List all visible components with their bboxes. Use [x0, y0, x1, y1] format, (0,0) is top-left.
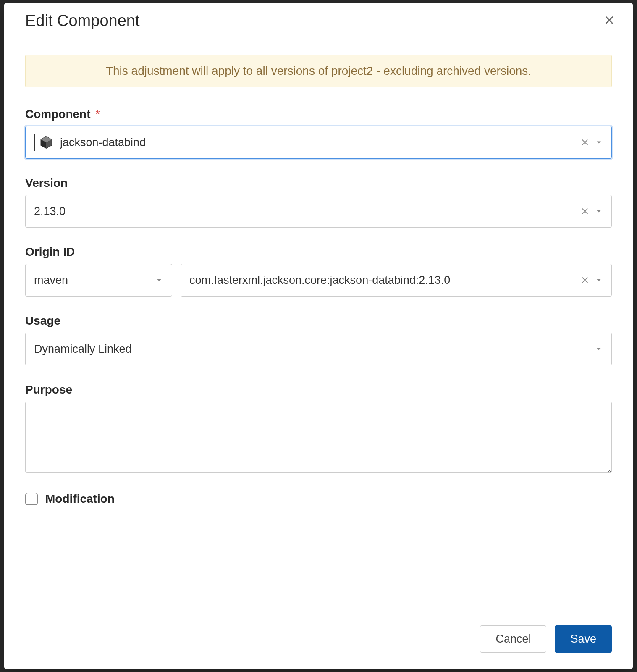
- origin-id-combobox[interactable]: com.fasterxml.jackson.core:jackson-datab…: [181, 264, 612, 297]
- cancel-button[interactable]: Cancel: [480, 625, 546, 653]
- component-clear-button[interactable]: [578, 135, 592, 150]
- chevron-down-icon: [595, 345, 603, 353]
- component-dropdown-button[interactable]: [592, 136, 606, 149]
- component-combobox[interactable]: jackson-databind: [25, 126, 612, 159]
- package-icon: [39, 135, 53, 150]
- modification-field-group: Modification: [25, 492, 612, 506]
- info-alert: This adjustment will apply to all versio…: [25, 55, 612, 87]
- component-field-group: Component * jackson-databind: [25, 108, 612, 159]
- clear-icon: [580, 138, 590, 147]
- save-button[interactable]: Save: [555, 625, 612, 653]
- version-combobox[interactable]: 2.13.0: [25, 195, 612, 228]
- modification-checkbox[interactable]: [25, 493, 38, 505]
- component-label-text: Component: [25, 108, 91, 121]
- origin-type-select[interactable]: maven: [25, 264, 172, 297]
- usage-value: Dynamically Linked: [34, 343, 592, 356]
- version-field-group: Version 2.13.0: [25, 176, 612, 228]
- usage-field-group: Usage Dynamically Linked: [25, 314, 612, 365]
- origin-type-dropdown-button[interactable]: [152, 273, 166, 287]
- modal-body: This adjustment will apply to all versio…: [4, 39, 633, 614]
- version-label: Version: [25, 176, 612, 190]
- version-value: 2.13.0: [34, 205, 578, 218]
- modification-label: Modification: [45, 492, 115, 506]
- usage-dropdown-button[interactable]: [592, 342, 606, 356]
- version-clear-button[interactable]: [578, 204, 592, 218]
- clear-icon: [580, 207, 590, 216]
- edit-component-modal: Edit Component This adjustment will appl…: [4, 3, 633, 669]
- usage-select[interactable]: Dynamically Linked: [25, 333, 612, 365]
- origin-row: maven com.fasterxml.jackson.core:jackson…: [25, 264, 612, 297]
- close-button[interactable]: [602, 13, 617, 29]
- close-icon: [603, 14, 615, 26]
- origin-type-value: maven: [34, 274, 152, 287]
- component-value: jackson-databind: [60, 136, 578, 149]
- usage-label: Usage: [25, 314, 612, 328]
- modal-header: Edit Component: [4, 3, 633, 39]
- origin-id-clear-button[interactable]: [578, 273, 592, 287]
- version-dropdown-button[interactable]: [592, 205, 606, 218]
- text-cursor: [34, 134, 35, 151]
- purpose-textarea[interactable]: [25, 402, 612, 473]
- chevron-down-icon: [155, 276, 163, 284]
- modal-title: Edit Component: [25, 12, 140, 30]
- origin-id-value: com.fasterxml.jackson.core:jackson-datab…: [189, 274, 578, 287]
- origin-field-group: Origin ID maven com.fasterxml.jackson.co…: [25, 245, 612, 297]
- required-star: *: [95, 108, 100, 121]
- modal-footer: Cancel Save: [4, 614, 633, 669]
- clear-icon: [580, 276, 590, 285]
- chevron-down-icon: [595, 276, 603, 284]
- origin-label: Origin ID: [25, 245, 612, 259]
- chevron-down-icon: [595, 138, 603, 147]
- origin-id-dropdown-button[interactable]: [592, 273, 606, 287]
- component-label: Component *: [25, 108, 612, 121]
- purpose-field-group: Purpose: [25, 383, 612, 475]
- chevron-down-icon: [595, 207, 603, 215]
- purpose-label: Purpose: [25, 383, 612, 396]
